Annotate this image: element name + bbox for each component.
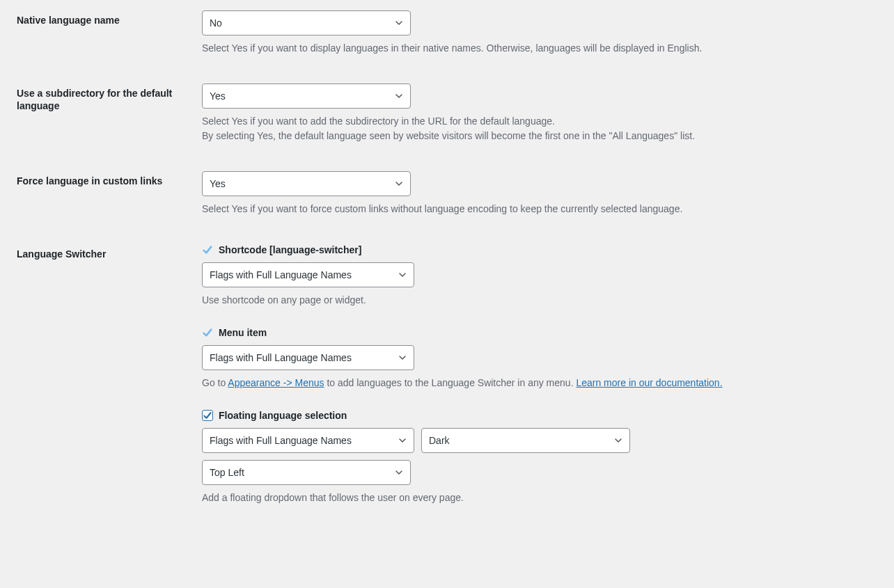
shortcode-block: Shortcode [language-switcher] Flags with…: [202, 244, 887, 308]
native-language-name-select[interactable]: No: [202, 10, 411, 35]
shortcode-title: Shortcode [language-switcher]: [219, 244, 361, 255]
force-links-label: Force language in custom links: [0, 161, 195, 234]
menu-item-description: Go to Appearance -> Menus to add languag…: [202, 376, 829, 390]
native-language-name-description: Select Yes if you want to display langua…: [202, 41, 829, 56]
floating-position-select[interactable]: Top Left: [202, 460, 411, 485]
menu-item-block: Menu item Flags with Full Language Names…: [202, 327, 887, 390]
floating-description: Add a floating dropdown that follows the…: [202, 491, 829, 505]
floating-style-select[interactable]: Flags with Full Language Names: [202, 428, 414, 453]
native-language-name-label: Native language name: [0, 0, 195, 73]
check-icon: [202, 244, 213, 255]
force-links-select[interactable]: Yes: [202, 171, 411, 196]
force-links-description: Select Yes if you want to force custom l…: [202, 202, 829, 216]
shortcode-description: Use shortcode on any page or widget.: [202, 293, 829, 308]
subdirectory-select[interactable]: Yes: [202, 84, 411, 109]
check-icon: [202, 327, 213, 338]
floating-block: Floating language selection Flags with F…: [202, 410, 887, 505]
floating-theme-select[interactable]: Dark: [421, 428, 630, 453]
floating-title: Floating language selection: [219, 410, 347, 421]
appearance-menus-link[interactable]: Appearance -> Menus: [228, 377, 324, 388]
subdirectory-label: Use a subdirectory for the default langu…: [0, 73, 195, 161]
shortcode-style-select[interactable]: Flags with Full Language Names: [202, 262, 414, 287]
menu-item-style-select[interactable]: Flags with Full Language Names: [202, 345, 414, 370]
documentation-link[interactable]: Learn more in our documentation.: [576, 377, 722, 388]
menu-item-title: Menu item: [219, 327, 267, 338]
floating-checkbox[interactable]: [202, 410, 213, 421]
language-switcher-label: Language Switcher: [0, 234, 195, 523]
subdirectory-description: Select Yes if you want to add the subdir…: [202, 114, 829, 143]
